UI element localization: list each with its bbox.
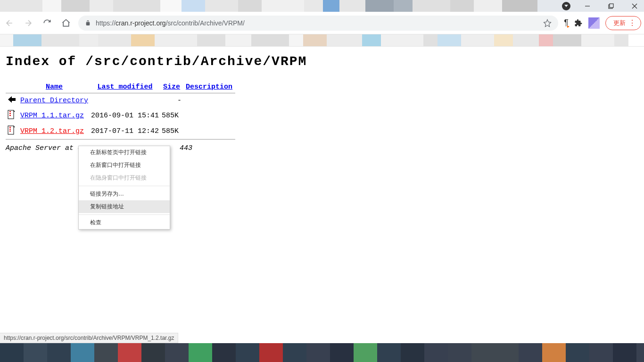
menu-dots-icon: ⋮ [628, 19, 635, 27]
maximize-button[interactable] [604, 1, 618, 11]
parent-directory-row: Parent Directory - [6, 93, 235, 108]
address-toolbar: https://cran.r-project.org/src/contrib/A… [0, 12, 644, 34]
svg-rect-8 [9, 115, 11, 116]
context-open-new-tab[interactable]: 在新标签页中打开链接 [79, 146, 170, 159]
header-name[interactable]: Name [46, 83, 63, 91]
table-row: VRPM_1.2.tar.gz 2017-07-11 12:42 585K [6, 123, 235, 139]
context-menu: 在新标签页中打开链接 在新窗口中打开链接 在隐身窗口中打开链接 链接另存为… 复… [78, 146, 170, 230]
close-button[interactable] [628, 1, 641, 11]
page-content: Index of /src/contrib/Archive/VRPM Name … [0, 47, 644, 160]
url-text: https://cran.r-project.org/src/contrib/A… [96, 19, 245, 27]
profile-badge-icon[interactable] [562, 2, 570, 10]
svg-rect-2 [610, 4, 613, 8]
svg-rect-6 [9, 111, 11, 112]
extensions-icon[interactable] [574, 19, 583, 27]
tab-blur-strip [0, 0, 556, 12]
profile-avatar[interactable] [588, 17, 600, 29]
paragraph-icon[interactable]: ¶▸ [564, 18, 569, 28]
header-description[interactable]: Description [186, 83, 232, 91]
context-inspect[interactable]: 检查 [79, 216, 170, 229]
table-row: VRPM_1.1.tar.gz 2016-09-01 15:41 585K [6, 108, 235, 123]
bookmark-bar [0, 34, 644, 47]
context-open-new-window[interactable]: 在新窗口中打开链接 [79, 159, 170, 172]
table-header-row: Name Last modified Size Description [6, 81, 235, 93]
svg-rect-11 [9, 129, 11, 130]
status-bar: https://cran.r-project.org/src/contrib/A… [0, 333, 178, 343]
file-modified: 2016-09-01 15:41 [90, 108, 160, 123]
context-copy-link[interactable]: 复制链接地址 [79, 200, 170, 213]
file-modified: 2017-07-11 12:42 [90, 123, 160, 139]
context-separator [79, 214, 170, 215]
svg-rect-10 [9, 127, 11, 128]
lock-icon [85, 20, 91, 26]
file-link[interactable]: VRPM_1.1.tar.gz [20, 112, 84, 120]
context-open-incognito: 在隐身窗口中打开链接 [79, 172, 170, 184]
directory-table: Name Last modified Size Description Pare… [6, 81, 235, 140]
browser-titlebar [0, 0, 644, 12]
svg-rect-7 [9, 113, 11, 114]
address-field[interactable]: https://cran.r-project.org/src/contrib/A… [78, 16, 558, 31]
back-button[interactable] [3, 16, 16, 30]
archive-file-icon [7, 125, 16, 137]
header-last-modified[interactable]: Last modified [98, 83, 153, 91]
context-save-link-as[interactable]: 链接另存为… [79, 188, 170, 200]
parent-size: - [160, 93, 183, 108]
context-separator [79, 186, 170, 186]
page-title: Index of /src/contrib/Archive/VRPM [6, 54, 638, 69]
minimize-button[interactable] [581, 1, 594, 11]
parent-directory-link[interactable]: Parent Directory [20, 97, 88, 105]
toolbar-right: ¶▸ 更新 ⋮ [564, 16, 641, 30]
header-size[interactable]: Size [163, 83, 180, 91]
archive-file-icon [7, 110, 16, 122]
forward-button[interactable] [22, 16, 35, 30]
file-size: 585K [160, 108, 183, 123]
file-link[interactable]: VRPM_1.2.tar.gz [20, 127, 84, 135]
back-arrow-icon [7, 95, 17, 106]
bookmark-star-icon[interactable] [543, 19, 552, 27]
taskbar[interactable] [0, 343, 644, 362]
svg-rect-12 [9, 131, 11, 132]
reload-button[interactable] [41, 16, 54, 30]
update-button[interactable]: 更新 ⋮ [605, 16, 641, 30]
home-button[interactable] [59, 16, 73, 30]
file-size: 585K [160, 123, 183, 139]
